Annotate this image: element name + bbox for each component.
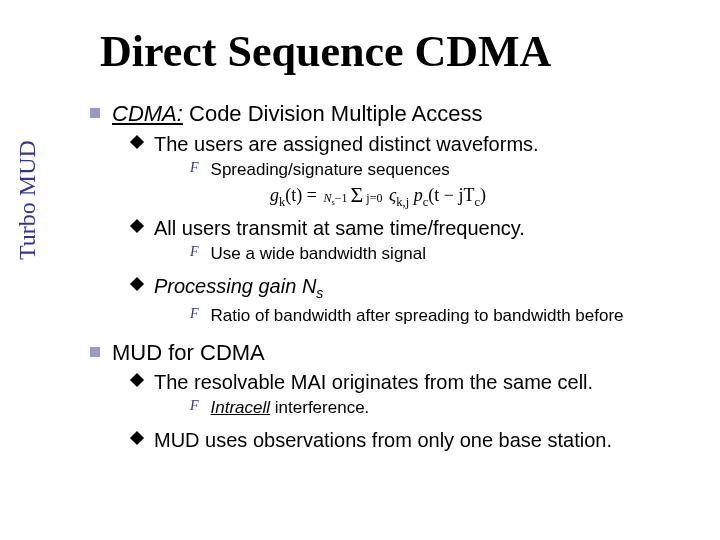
slide-body: CDMA: Code Division Multiple Access The … (90, 100, 690, 455)
bullet-waveforms: The users are assigned distinct waveform… (132, 131, 690, 157)
diamond-bullet-icon (130, 373, 144, 387)
slide-title: Direct Sequence CDMA (100, 26, 551, 77)
bullet-processing-gain: Processing gain Ns (132, 273, 690, 302)
bullet-all-users: All users transmit at same time/frequenc… (132, 215, 690, 241)
script-f-bullet-icon: F (190, 305, 199, 323)
cdma-heading-rest: Code Division Multiple Access (183, 101, 483, 126)
bullet-ratio: F Ratio of bandwidth after spreading to … (190, 305, 690, 327)
script-f-bullet-icon: F (190, 159, 199, 177)
diamond-bullet-icon (130, 277, 144, 291)
equation-gk: gk(t) = Ns−1 Σ j=0 ςk,j pc(t − jTc) (270, 185, 690, 210)
bullet-wide-bandwidth: F Use a wide bandwidth signal (190, 243, 690, 265)
intracell-lead: Intracell (211, 398, 271, 417)
bullet-cdma-heading: CDMA: Code Division Multiple Access (90, 100, 690, 129)
square-bullet-icon (90, 347, 100, 357)
cdma-lead: CDMA: (112, 101, 183, 126)
bullet-intracell: F Intracell interference. (190, 397, 690, 419)
bullet-mud-heading: MUD for CDMA (90, 339, 690, 368)
bullet-mai: The resolvable MAI originates from the s… (132, 369, 690, 395)
square-bullet-icon (90, 108, 100, 118)
bullet-spreading: F Spreading/signature sequences (190, 159, 690, 181)
sidebar-label: Turbo MUD (14, 140, 41, 260)
script-f-bullet-icon: F (190, 243, 199, 261)
diamond-bullet-icon (130, 135, 144, 149)
script-f-bullet-icon: F (190, 397, 199, 415)
diamond-bullet-icon (130, 431, 144, 445)
bullet-one-base: MUD uses observations from only one base… (132, 427, 690, 453)
diamond-bullet-icon (130, 219, 144, 233)
